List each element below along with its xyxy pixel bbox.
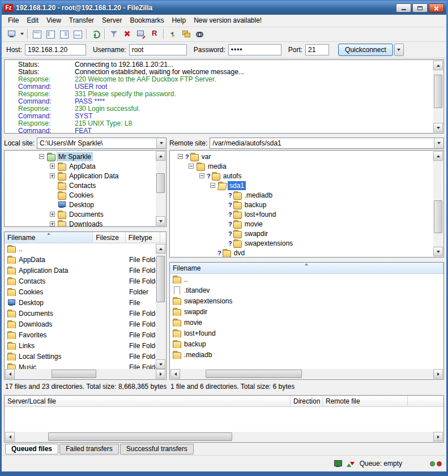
file-row-backup[interactable]: backup [170,338,443,349]
host-input[interactable] [25,44,86,55]
tree-item-cookies[interactable]: Cookies [5,190,156,200]
synchronized-browsing-button[interactable] [180,28,193,40]
tree-item-contacts[interactable]: Contacts [5,181,156,190]
toggle-local-tree-button[interactable] [44,28,57,40]
menu-item-new-version-available[interactable]: New version available! [190,15,266,26]
remote-site-dropdown-button[interactable] [434,138,443,148]
log-scrollbar[interactable] [433,61,443,132]
scroll-left-button[interactable] [5,432,15,441]
file-row-lost-found[interactable]: lost+found [170,328,443,338]
file-row-desktop[interactable]: DesktopFile [5,297,156,308]
tree-item-media[interactable]: media [170,161,433,171]
column-header-server-local-file[interactable]: Server/Local file [5,396,291,406]
column-header-direction[interactable]: Direction [291,396,323,406]
minimize-button[interactable] [396,3,411,12]
tab-failed-transfers[interactable]: Failed transfers [59,444,119,454]
tree-item-mr-sparkle[interactable]: Mr Sparkle [5,152,156,161]
menu-item-help[interactable]: Help [168,15,190,26]
tree-item-appdata[interactable]: AppData [5,161,156,171]
menu-item-transfer[interactable]: Transfer [65,15,98,26]
tree-item-downloads[interactable]: Downloads [5,219,156,227]
tree-item-documents[interactable]: Documents [5,209,156,219]
scroll-up-button[interactable] [156,244,165,254]
scroll-right-button[interactable] [156,369,165,379]
collapse-icon[interactable] [39,154,44,159]
filter-button[interactable] [107,28,121,40]
scrollbar-track[interactable] [433,70,443,123]
tree-item-swapdir[interactable]: ?swapdir [170,229,433,238]
menu-item-file[interactable]: File [4,15,23,26]
scroll-up-button[interactable] [433,61,443,70]
menu-item-edit[interactable]: Edit [23,15,42,26]
scroll-right-button[interactable] [433,369,443,379]
local-site-combo[interactable]: C:\Users\Mr Sparkle\ [37,138,167,149]
scrollbar-track[interactable] [433,161,443,247]
scrollbar-thumb[interactable] [48,432,232,441]
scrollbar-thumb[interactable] [206,370,302,378]
scroll-down-button[interactable] [156,216,165,226]
scrollbar-thumb[interactable] [434,75,442,109]
tree-item-backup[interactable]: ?backup [170,200,433,209]
find-button[interactable] [193,28,207,40]
file-row-swapdir[interactable]: swapdir [170,306,443,317]
expand-icon[interactable] [50,173,55,178]
scrollbar-thumb[interactable] [52,370,97,378]
tree-item-dvd[interactable]: ?dvd [170,248,433,258]
password-input[interactable] [228,44,281,55]
remote-list-hscrollbar[interactable] [170,369,443,379]
scrollbar-thumb[interactable] [434,200,442,233]
local-list-vscrollbar[interactable] [156,244,165,369]
tree-item-desktop[interactable]: Desktop [5,200,156,209]
cancel-button[interactable] [121,28,134,40]
column-header-filesize[interactable]: Filesize [93,232,125,243]
tree-item-swapextensions[interactable]: ?swapextensions [170,238,433,248]
scrollbar-thumb[interactable] [156,173,165,193]
tree-item-mediadb[interactable]: ?.mediadb [170,190,433,200]
username-input[interactable] [129,44,187,55]
column-header-filetype[interactable]: Filetype [126,232,160,243]
file-row-music[interactable]: MusicFile Folder [5,362,156,370]
file-row-titandev[interactable]: .titandev [170,285,443,295]
file-row-item[interactable]: .. [5,243,156,254]
file-row-favorites[interactable]: FavoritesFile Folder [5,329,156,340]
menu-item-view[interactable]: View [42,15,65,26]
scrollbar-track[interactable] [15,369,156,379]
close-button[interactable] [429,3,444,12]
maximize-button[interactable] [412,3,428,12]
column-header-filename[interactable]: Filename [170,263,443,273]
collapse-icon[interactable] [210,183,215,188]
site-manager-button[interactable] [5,28,18,40]
file-row-cookies[interactable]: CookiesFolder [5,286,156,297]
file-row-mediadb[interactable]: .mediadb [170,349,443,360]
reconnect-button[interactable] [148,28,161,40]
tree-item-var[interactable]: ?var [170,152,433,161]
speed-limit-icon[interactable] [346,460,355,468]
scroll-down-button[interactable] [433,123,443,132]
file-row-downloads[interactable]: DownloadsFile Folder [5,319,156,329]
toggle-message-log-button[interactable] [30,28,44,40]
tab-queued-files[interactable]: Queued files [5,444,58,454]
scrollbar-track[interactable] [15,432,433,441]
scroll-up-button[interactable] [433,151,443,161]
remote-tree-scrollbar[interactable] [433,151,443,256]
collapse-icon[interactable] [189,164,194,169]
refresh-button[interactable] [89,28,103,40]
scrollbar-track[interactable] [156,254,165,359]
file-row-item[interactable]: .. [170,274,443,285]
toggle-remote-tree-button[interactable] [57,28,71,40]
toggle-queue-button[interactable] [71,28,84,40]
file-row-swapextensions[interactable]: swapextensions [170,295,443,306]
queue-hscrollbar[interactable] [5,432,443,441]
tab-successful-transfers[interactable]: Successful transfers [120,444,194,454]
file-row-links[interactable]: LinksFile Folder [5,340,156,351]
expand-icon[interactable] [50,212,55,217]
local-tree-scrollbar[interactable] [156,151,165,226]
scrollbar-track[interactable] [156,161,165,216]
tree-item-movie[interactable]: ?movie [170,219,433,229]
titlebar[interactable]: Fz 192.168.1.20 - root@192.168.1.20 - Fi… [2,1,446,15]
tree-item-autofs[interactable]: ?autofs [170,171,433,181]
collapse-icon[interactable] [178,154,183,159]
quickconnect-button[interactable]: Quickconnect [338,44,393,56]
file-row-documents[interactable]: DocumentsFile Folder [5,308,156,319]
file-row-application-data[interactable]: Application DataFile Folder [5,265,156,276]
